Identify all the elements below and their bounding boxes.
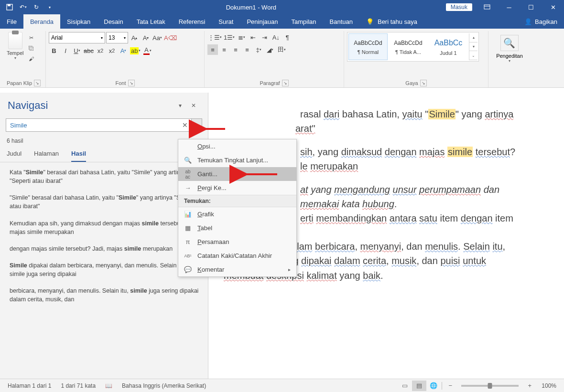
decrease-indent-icon[interactable]: ⇤ <box>248 32 258 42</box>
zoom-slider[interactable] <box>461 385 519 387</box>
underline-icon[interactable]: U▾ <box>72 45 82 56</box>
maximize-icon[interactable]: ☐ <box>520 0 542 14</box>
search-clear-icon[interactable]: ✕ <box>179 119 191 131</box>
font-color-icon[interactable]: A▾ <box>142 45 152 56</box>
result-item[interactable]: dengan majas simile tersebut? Jadi, maja… <box>0 241 208 257</box>
redo-icon[interactable]: ↻ <box>30 0 43 14</box>
zoom-level[interactable]: 100% <box>537 382 561 389</box>
styles-gallery[interactable]: AaBbCcDd ¶ Normal AaBbCcDd ¶ Tidak A... … <box>347 32 479 62</box>
menu-tabel[interactable]: ▦Tabel <box>178 221 296 235</box>
line-spacing-icon[interactable]: ‡▾ <box>253 44 264 55</box>
tab-surat[interactable]: Surat <box>212 14 240 29</box>
close-icon[interactable]: ✕ <box>542 0 564 14</box>
bullet-list-icon[interactable]: ⋮☰▾ <box>207 32 222 42</box>
search-input[interactable] <box>6 122 179 129</box>
paste-button[interactable]: Tempel <box>7 50 23 56</box>
font-name-combo[interactable]: Arial▾ <box>49 32 105 43</box>
styles-scroll[interactable]: ▴▾⌄ <box>469 33 477 60</box>
tab-file[interactable]: File <box>0 14 23 29</box>
paragraph-launcher[interactable]: ↘ <box>282 80 289 86</box>
style-no-spacing[interactable]: AaBbCcDd ¶ Tidak A... <box>389 33 428 60</box>
menu-opsi[interactable]: Opsi... <box>178 139 296 153</box>
minimize-icon[interactable]: ─ <box>498 0 520 14</box>
result-item[interactable]: berbicara, menyanyi, dan menulis. Selain… <box>0 283 208 308</box>
status-language[interactable]: Bahasa Inggris (Amerika Serikat) <box>117 382 211 389</box>
shrink-font-icon[interactable]: A▾ <box>141 32 151 43</box>
text-effects-icon[interactable]: A▾ <box>118 45 129 56</box>
share-button[interactable]: 👤 Bagikan <box>518 14 564 29</box>
tab-tampilan[interactable]: Tampilan <box>285 14 323 29</box>
menu-advanced-find[interactable]: 🔍Temukan Tingkat Lanjut... <box>178 153 296 167</box>
menu-grafik[interactable]: 📊Grafik <box>178 207 296 221</box>
copy-icon[interactable]: ⿻ <box>26 43 36 53</box>
result-item[interactable]: "Simile" berasal dari bahasa Latin, yait… <box>0 190 208 215</box>
status-proofing-icon[interactable]: 📖 <box>100 382 117 389</box>
login-button[interactable]: Masuk <box>446 3 472 11</box>
result-item[interactable]: Kemudian apa sih, yang dimaksud dengan m… <box>0 215 208 241</box>
change-case-icon[interactable]: Aa▾ <box>152 32 163 43</box>
tab-referensi[interactable]: Referensi <box>172 14 212 29</box>
tab-bantuan[interactable]: Bantuan <box>323 14 359 29</box>
increase-indent-icon[interactable]: ⇥ <box>259 32 270 42</box>
result-item[interactable]: Kata "Simile" berasal dari bahasa Latin,… <box>0 164 208 190</box>
highlight-icon[interactable]: ab▾ <box>130 45 141 56</box>
grow-font-icon[interactable]: A▴ <box>129 32 140 43</box>
align-center-icon[interactable]: ≡ <box>219 44 229 55</box>
sort-icon[interactable]: A↓ <box>271 32 281 42</box>
qat-dropdown-icon[interactable]: ▾ <box>43 0 56 14</box>
tab-tata-letak[interactable]: Tata Letak <box>130 14 172 29</box>
status-page[interactable]: Halaman 1 dari 1 <box>3 382 56 389</box>
justify-icon[interactable]: ≡ <box>242 44 252 55</box>
menu-komentar[interactable]: 💬Komentar▸ <box>178 263 296 276</box>
ribbon-display-icon[interactable] <box>476 0 498 14</box>
menu-catatan[interactable]: AB¹Catatan Kaki/Catatan Akhir <box>178 249 296 263</box>
menu-goto[interactable]: →Pergi Ke... <box>178 181 296 195</box>
align-right-icon[interactable]: ≡ <box>230 44 241 55</box>
tab-desain[interactable]: Desain <box>97 14 130 29</box>
view-read-icon[interactable]: ▭ <box>398 381 412 391</box>
text: dimaksud <box>341 147 382 157</box>
tab-beranda[interactable]: Beranda <box>23 14 60 29</box>
status-words[interactable]: 1 dari 71 kata <box>56 382 100 389</box>
strikethrough-icon[interactable]: abc <box>83 45 94 56</box>
font-size-combo[interactable]: 13▾ <box>106 32 128 43</box>
clipboard-launcher[interactable]: ↘ <box>34 80 41 86</box>
cut-icon[interactable]: ✂ <box>26 33 36 42</box>
align-left-icon[interactable]: ≡ <box>207 44 218 55</box>
zoom-out-icon[interactable]: − <box>443 381 457 391</box>
tab-sisipkan[interactable]: Sisipkan <box>60 14 97 29</box>
show-marks-icon[interactable]: ¶ <box>282 32 293 42</box>
zoom-in-icon[interactable]: + <box>522 381 537 391</box>
undo-icon[interactable]: ↶▾ <box>16 0 30 14</box>
shading-icon[interactable]: ◢▾ <box>265 44 275 55</box>
style-heading1[interactable]: AaBbCc Judul 1 <box>429 33 468 60</box>
styles-launcher[interactable]: ↘ <box>420 80 427 86</box>
navtab-halaman[interactable]: Halaman <box>34 150 59 162</box>
navtab-hasil[interactable]: Hasil <box>71 150 86 162</box>
subscript-icon[interactable]: x2 <box>95 45 106 56</box>
clear-format-icon[interactable]: A⌫ <box>163 32 177 43</box>
editing-button[interactable]: Pengeditan <box>496 53 523 59</box>
navtab-judul[interactable]: Judul <box>7 150 22 162</box>
navpane-close-icon[interactable]: ✕ <box>187 100 200 111</box>
navpane-menu-icon[interactable]: ▾ <box>174 100 187 111</box>
navpane-search-box[interactable]: ✕ ▾ <box>6 118 202 132</box>
tell-me-search[interactable]: 💡 Beri tahu saya <box>359 14 424 29</box>
format-painter-icon[interactable]: 🖌 <box>26 54 36 64</box>
find-icon[interactable]: 🔍 <box>500 35 519 51</box>
view-print-icon[interactable]: ▤ <box>412 381 426 391</box>
borders-icon[interactable]: 田▾ <box>276 44 287 55</box>
paste-icon[interactable] <box>8 32 22 49</box>
style-normal[interactable]: AaBbCcDd ¶ Normal <box>348 33 388 60</box>
superscript-icon[interactable]: x2 <box>107 45 117 56</box>
tab-peninjauan[interactable]: Peninjauan <box>240 14 284 29</box>
italic-icon[interactable]: I <box>60 45 71 56</box>
menu-persamaan[interactable]: πPersamaan <box>178 235 296 249</box>
font-launcher[interactable]: ↘ <box>128 80 135 86</box>
view-web-icon[interactable]: 🌐 <box>426 381 441 391</box>
multilevel-list-icon[interactable]: ≣▾ <box>236 32 247 42</box>
bold-icon[interactable]: B <box>49 45 59 56</box>
save-icon[interactable] <box>3 0 16 14</box>
number-list-icon[interactable]: 1☰▾ <box>223 32 235 42</box>
result-item[interactable]: Simile dipakai dalam berbicara, menyanyi… <box>0 257 208 283</box>
